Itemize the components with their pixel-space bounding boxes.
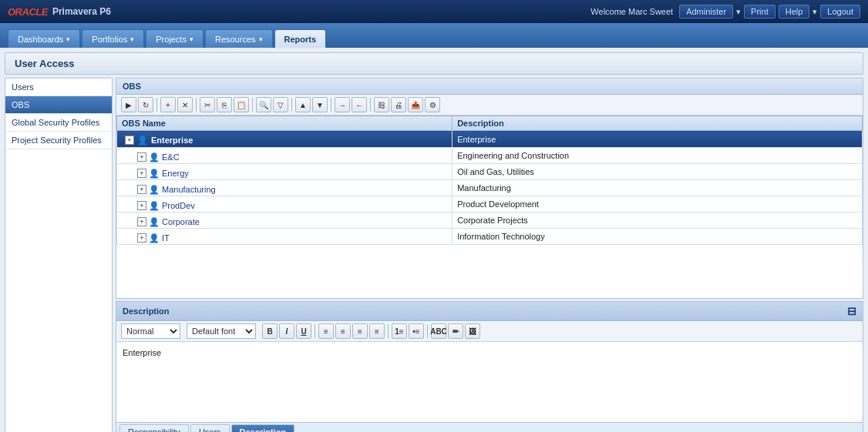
tab-reports[interactable]: Reports xyxy=(274,29,327,48)
expand-button[interactable]: + xyxy=(137,185,146,194)
obs-description-cell: Product Development xyxy=(453,196,863,213)
chevron-down-icon: ▾ xyxy=(130,35,134,43)
font-select[interactable]: Default font Arial xyxy=(187,323,256,339)
format-select[interactable]: Normal Heading 1 Heading 2 xyxy=(121,323,180,339)
add-button[interactable]: + xyxy=(160,97,176,112)
italic-button[interactable]: I xyxy=(279,323,294,339)
expand-button[interactable]: + xyxy=(137,233,146,243)
tab-responsibility[interactable]: Responsibility xyxy=(119,424,189,432)
obs-name-text: ProdDev xyxy=(162,201,195,210)
person-icon: 👤 xyxy=(150,201,159,210)
obs-name-cell: +👤Enterprise xyxy=(117,131,453,148)
obs-row-icon-group: +👤Energy xyxy=(122,169,189,178)
find-button[interactable]: 🔍 xyxy=(256,97,271,112)
paste-button[interactable]: 📋 xyxy=(234,97,249,112)
obs-row-icon-group: +👤IT xyxy=(122,233,170,243)
delete-button[interactable]: ✕ xyxy=(177,97,193,112)
link-button[interactable]: ⛓ xyxy=(374,97,389,112)
sidebar: Users OBS Global Security Profiles Proje… xyxy=(5,78,113,432)
obs-description-cell: Engineering and Construction xyxy=(453,148,863,164)
obs-name-text: Manufacturing xyxy=(162,185,216,194)
tab-users[interactable]: Users xyxy=(190,424,230,432)
underline-button[interactable]: U xyxy=(296,323,311,339)
obs-name-cell: +👤Manufacturing xyxy=(117,180,453,196)
sidebar-item-users[interactable]: Users xyxy=(5,79,112,96)
sidebar-item-project-security[interactable]: Project Security Profiles xyxy=(5,132,112,149)
fmt-separator-3 xyxy=(427,324,428,338)
table-row[interactable]: +👤EnterpriseEnterprise xyxy=(117,131,863,148)
help-arrow-icon: ▾ xyxy=(812,7,817,17)
cut-button[interactable]: ✂ xyxy=(200,97,215,112)
outdent-button[interactable]: ← xyxy=(352,97,367,112)
spell-check-button[interactable]: ABC xyxy=(431,323,446,339)
nav-tabs: Dashboards ▾ Portfolios ▾ Projects ▾ Res… xyxy=(0,23,868,48)
align-left-button[interactable]: ≡ xyxy=(318,323,334,339)
oracle-logo: ORACLE xyxy=(8,6,48,18)
obs-name-cell: +👤Energy xyxy=(117,164,453,180)
fmt-separator-1 xyxy=(315,324,315,338)
description-content[interactable]: Enterprise xyxy=(116,342,863,422)
obs-description-cell: Enterprise xyxy=(453,131,863,148)
print-button[interactable]: 🖨 xyxy=(391,97,406,112)
print-button[interactable]: Print xyxy=(744,5,775,18)
separator-3 xyxy=(252,98,253,112)
tab-projects[interactable]: Projects ▾ xyxy=(146,29,204,48)
align-center-button[interactable]: ≡ xyxy=(335,323,351,339)
highlight-button[interactable]: ✏ xyxy=(448,323,463,339)
settings-button[interactable]: ⚙ xyxy=(425,97,440,112)
obs-description-cell: Manufacturing xyxy=(453,180,863,196)
expand-button[interactable]: + xyxy=(137,169,146,178)
table-row[interactable]: +👤CorporateCorporate Projects xyxy=(117,213,863,229)
app-title: Primavera P6 xyxy=(52,6,111,17)
ordered-list-button[interactable]: 1≡ xyxy=(392,323,407,339)
export-button[interactable]: 📤 xyxy=(408,97,423,112)
expand-button[interactable]: + xyxy=(137,217,146,226)
obs-name-cell: +👤ProdDev xyxy=(117,196,453,213)
down-button[interactable]: ▼ xyxy=(312,97,328,112)
align-right-button[interactable]: ≡ xyxy=(352,323,368,339)
refresh-button[interactable]: ↻ xyxy=(138,97,153,112)
main-content: User Access Users OBS Global Security Pr… xyxy=(0,48,868,432)
obs-row-icon-group: +👤E&C xyxy=(122,152,180,162)
logout-button[interactable]: Logout xyxy=(820,5,860,18)
up-button[interactable]: ▲ xyxy=(295,97,311,112)
obs-name-text: Energy xyxy=(162,169,189,178)
tab-resources[interactable]: Resources ▾ xyxy=(205,29,273,48)
sidebar-item-global-security[interactable]: Global Security Profiles xyxy=(5,114,112,132)
unordered-list-button[interactable]: •≡ xyxy=(409,323,424,339)
table-row[interactable]: +👤E&CEngineering and Construction xyxy=(117,148,863,164)
col-obsname: OBS Name xyxy=(117,116,453,131)
obs-row-icon-group: +👤Enterprise xyxy=(122,135,193,146)
bold-button[interactable]: B xyxy=(262,323,278,339)
tab-portfolios[interactable]: Portfolios ▾ xyxy=(82,29,144,48)
table-row[interactable]: +👤ITInformation Technology xyxy=(117,229,863,245)
content-area: Users OBS Global Security Profiles Proje… xyxy=(5,78,863,432)
table-row[interactable]: +👤ProdDevProduct Development xyxy=(117,196,863,213)
obs-name-text: Corporate xyxy=(162,217,200,226)
obs-row-icon-group: +👤Corporate xyxy=(122,217,200,226)
tab-description[interactable]: Description xyxy=(231,424,295,432)
copy-button[interactable]: ⎘ xyxy=(217,97,232,112)
separator-6 xyxy=(370,98,371,112)
table-row[interactable]: +👤EnergyOil and Gas, Utilities xyxy=(117,164,863,180)
obs-title: OBS xyxy=(116,79,863,95)
help-button[interactable]: Help xyxy=(779,5,810,18)
chevron-down-icon: ▾ xyxy=(66,35,70,43)
filter-button[interactable]: ▽ xyxy=(273,97,288,112)
fmt-separator-2 xyxy=(388,324,389,338)
tab-dashboards[interactable]: Dashboards ▾ xyxy=(8,29,80,48)
arrow-icon: ▾ xyxy=(736,7,741,17)
nav-back-button[interactable]: ▶ xyxy=(121,97,136,112)
collapse-icon[interactable]: ⊟ xyxy=(847,305,856,317)
separator-1 xyxy=(156,98,157,112)
administer-button[interactable]: Administer xyxy=(679,5,733,18)
justify-button[interactable]: ≡ xyxy=(369,323,385,339)
expand-button[interactable]: + xyxy=(137,201,146,210)
expand-button[interactable]: + xyxy=(137,152,146,162)
image-button[interactable]: 🖼 xyxy=(465,323,480,339)
col-description: Description xyxy=(453,116,863,131)
expand-button[interactable]: + xyxy=(125,136,134,145)
sidebar-item-obs[interactable]: OBS xyxy=(5,96,112,114)
table-row[interactable]: +👤ManufacturingManufacturing xyxy=(117,180,863,196)
indent-button[interactable]: → xyxy=(335,97,350,112)
